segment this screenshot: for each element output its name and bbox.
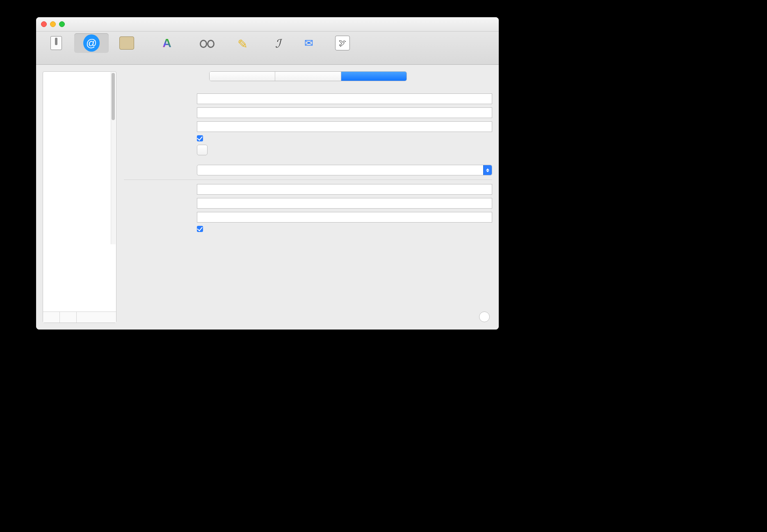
toolbar-general[interactable] [39,33,73,53]
help-button[interactable] [479,311,490,322]
toolbar-mail-act-on[interactable]: 🕊︎ [323,33,362,53]
detail-pane [124,71,492,323]
tab-server-settings[interactable] [341,72,406,81]
detail-tabs [209,71,407,81]
outgoing-password-field[interactable] [197,198,492,209]
outgoing-account-select[interactable] [197,165,492,175]
account-sidebar [43,71,116,323]
outgoing-username-field[interactable] [197,184,492,195]
fonts-colors-icon: A [159,35,175,51]
remove-account-button[interactable] [60,312,77,323]
toolbar-junk-mail[interactable] [110,33,144,53]
tab-account-information[interactable] [210,72,275,81]
viewing-icon [199,35,215,51]
scrollbar-track[interactable] [111,72,116,244]
general-icon [48,35,64,51]
toolbar-composing[interactable]: ✎ [225,33,260,53]
minimize-window-button[interactable] [50,21,56,27]
junk-mail-icon [119,35,135,51]
preferences-toolbar: @ A ✎ ℐ ✉︎ [36,32,499,65]
composing-icon: ✎ [234,35,251,51]
preferences-window: @ A ✎ ℐ ✉︎ [36,17,499,330]
add-account-button[interactable] [43,312,60,323]
outgoing-auto-checkbox[interactable] [197,226,203,232]
scrollbar-thumb[interactable] [112,73,115,120]
incoming-username-field[interactable] [197,93,492,104]
toolbar-fonts-colors[interactable]: A [145,33,189,53]
toolbar-rules[interactable]: ✉︎ [296,33,322,53]
advanced-imap-button[interactable] [197,145,208,155]
mail-act-on-icon: 🕊︎ [334,35,351,51]
incoming-password-field[interactable] [197,107,492,118]
select-stepper-icon [483,165,492,175]
signatures-icon: ℐ [269,35,286,51]
outgoing-host-field[interactable] [197,212,492,223]
toolbar-signatures[interactable]: ℐ [260,33,295,53]
sidebar-footer [43,311,116,323]
incoming-host-field[interactable] [197,121,492,132]
rules-icon: ✉︎ [301,35,317,51]
titlebar [36,17,499,32]
account-list[interactable] [43,72,116,311]
close-window-button[interactable] [41,21,47,27]
separator [124,180,492,180]
accounts-icon: @ [83,35,100,51]
incoming-auto-checkbox[interactable] [197,135,203,141]
tab-mailbox-behaviors[interactable] [275,72,341,81]
traffic-lights [36,21,65,27]
toolbar-accounts[interactable]: @ [74,33,109,53]
toolbar-viewing[interactable] [190,33,224,53]
zoom-window-button[interactable] [59,21,65,27]
